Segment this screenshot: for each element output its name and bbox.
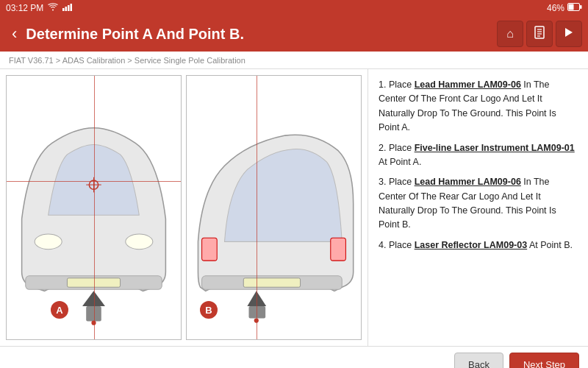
- status-bar-right: 46%: [547, 3, 582, 13]
- car-rear-svg: [187, 76, 361, 339]
- diagram-a: A: [6, 75, 182, 340]
- doc-button[interactable]: [526, 21, 553, 47]
- time-label: 03:12 PM: [6, 3, 43, 13]
- svg-rect-6: [580, 5, 582, 9]
- status-bar: 03:12 PM 46%: [0, 0, 588, 16]
- wifi-icon: [48, 3, 58, 13]
- point-b-label: B: [200, 301, 218, 319]
- crosshair-horizontal-a: [7, 181, 181, 182]
- diagram-b: B: [186, 75, 362, 340]
- action-bar: Back Next Step: [0, 346, 588, 368]
- instruction-step3: 3. Place Lead Hammer LAM09-06 In The Cen…: [379, 175, 578, 233]
- breadcrumb-text: FIAT V36.71 > ADAS Calibration > Service…: [9, 56, 245, 65]
- svg-rect-3: [71, 4, 73, 11]
- svg-rect-28: [248, 306, 265, 318]
- back-arrow-icon: ‹: [12, 24, 17, 43]
- battery-icon: [567, 3, 582, 13]
- main-content: A: [0, 69, 588, 346]
- page-title: Determine Point A And Point B.: [23, 26, 497, 43]
- crosshair-vertical-b: [257, 76, 257, 339]
- svg-point-15: [35, 234, 62, 250]
- battery-percent: 46%: [547, 3, 564, 13]
- forward-arrow-icon: [562, 26, 576, 42]
- svg-rect-5: [569, 4, 574, 10]
- breadcrumb: FIAT V36.71 > ADAS Calibration > Service…: [0, 52, 588, 69]
- next-step-button[interactable]: Next Step: [509, 353, 579, 369]
- status-bar-left: 03:12 PM: [6, 3, 73, 13]
- instruction-step2: 2. Place Five-line Laser Instrument LAM0…: [379, 141, 578, 170]
- svg-rect-2: [68, 5, 70, 11]
- signal-icon: [62, 3, 73, 13]
- svg-rect-0: [62, 8, 65, 11]
- svg-rect-25: [202, 238, 218, 261]
- point-a-label: A: [51, 301, 68, 319]
- back-button-label: Back: [468, 359, 490, 368]
- svg-marker-12: [565, 28, 573, 37]
- instruction-step1: 1. Place Lead Hammer LAM09-06 In The Cen…: [379, 78, 578, 135]
- instructions-section: 1. Place Lead Hammer LAM09-06 In The Cen…: [368, 69, 588, 346]
- doc-icon: [533, 26, 546, 42]
- diagrams-section: A: [0, 69, 368, 346]
- header: ‹ Determine Point A And Point B. ⌂: [0, 16, 588, 52]
- next-button-label: Next Step: [523, 359, 565, 368]
- back-nav-button[interactable]: Back: [454, 353, 503, 369]
- header-icons: ⌂: [497, 21, 582, 47]
- svg-point-16: [126, 234, 153, 250]
- home-button[interactable]: ⌂: [497, 21, 523, 47]
- back-button[interactable]: ‹: [6, 21, 23, 46]
- home-icon: ⌂: [506, 27, 514, 40]
- svg-rect-1: [65, 7, 68, 11]
- forward-button[interactable]: [556, 21, 582, 47]
- crosshair-vertical-a: [94, 76, 95, 339]
- instruction-step4: 4. Place Laser Reflector LAM09-03 At Poi…: [379, 238, 578, 252]
- svg-rect-26: [331, 238, 346, 261]
- svg-rect-24: [243, 278, 300, 287]
